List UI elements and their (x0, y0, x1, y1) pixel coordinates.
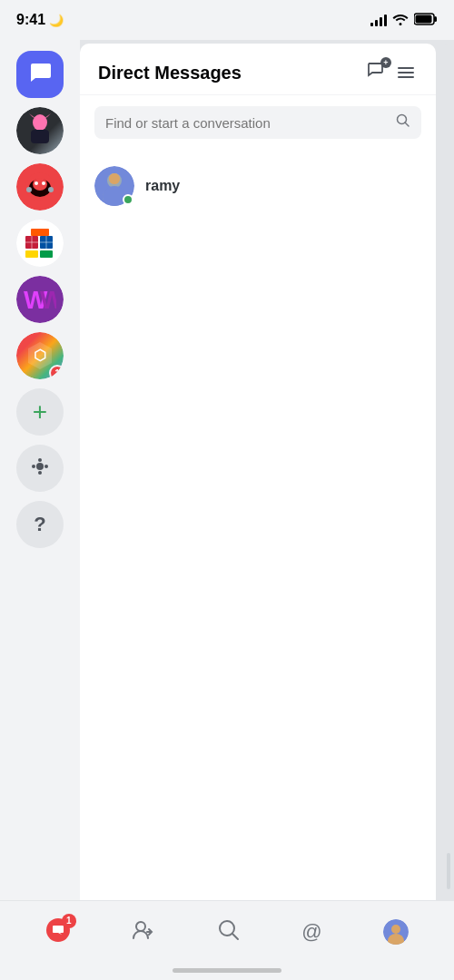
hamburger-line-3 (398, 76, 414, 78)
search-bar[interactable] (94, 106, 421, 139)
svg-point-13 (48, 187, 54, 192)
svg-rect-16 (25, 250, 38, 258)
mentions-icon: @ (301, 920, 321, 944)
svg-rect-17 (40, 250, 53, 258)
right-panel-hint (436, 44, 454, 980)
time-display: 9:41 (16, 12, 45, 28)
svg-point-10 (35, 181, 38, 185)
svg-rect-18 (31, 229, 49, 236)
svg-rect-2 (416, 15, 432, 23)
dm-icon (28, 60, 52, 89)
svg-point-38 (109, 173, 120, 184)
sidebar-item-server-2[interactable] (16, 163, 64, 211)
main-layout: W W ⬡ 1 + (0, 40, 454, 980)
status-time: 9:41 🌙 (16, 12, 64, 28)
svg-point-30 (32, 465, 35, 468)
sidebar: W W ⬡ 1 + (0, 40, 80, 980)
dm-item-ramy[interactable]: ramy (80, 157, 436, 215)
hamburger-line-1 (398, 67, 414, 69)
search-nav-icon (217, 918, 241, 946)
svg-marker-6 (44, 113, 51, 119)
explore-servers-button[interactable] (16, 445, 64, 492)
bar2 (375, 20, 378, 26)
svg-text:W: W (40, 287, 56, 312)
new-dm-button[interactable]: + (367, 62, 387, 83)
wifi-icon (392, 13, 409, 28)
ramy-online-indicator (123, 194, 133, 205)
home-indicator (173, 968, 281, 973)
search-icon[interactable] (396, 113, 410, 132)
svg-point-27 (36, 463, 44, 470)
help-icon: ? (34, 513, 45, 536)
moon-icon: 🌙 (49, 14, 64, 27)
status-icons (370, 13, 438, 28)
help-button[interactable]: ? (16, 501, 64, 548)
add-icon: + (33, 399, 47, 425)
dm-panel: Direct Messages + (80, 44, 436, 980)
nav-item-search[interactable] (217, 918, 241, 946)
dm-list: ramy (80, 150, 436, 980)
hamburger-line-2 (398, 72, 414, 74)
sidebar-item-dm[interactable] (16, 51, 64, 98)
add-server-button[interactable]: + (16, 388, 64, 436)
svg-marker-5 (29, 113, 36, 119)
scrollbar (447, 853, 450, 889)
svg-point-11 (42, 181, 45, 185)
signal-bars (370, 14, 387, 26)
explore-icon (30, 456, 50, 480)
dm-panel-title: Direct Messages (98, 63, 242, 83)
bar1 (370, 23, 373, 26)
svg-text:⬡: ⬡ (34, 348, 46, 363)
nav-item-profile[interactable] (383, 919, 409, 945)
hamburger-menu-button[interactable] (394, 64, 418, 82)
plus-icon: + (383, 58, 388, 67)
sidebar-item-server-4[interactable]: W W (16, 276, 64, 323)
bar4 (384, 15, 387, 26)
friends-icon (132, 918, 155, 946)
nav-item-mentions[interactable]: @ (301, 920, 321, 944)
ramy-username: ramy (145, 178, 180, 194)
status-bar: 9:41 🌙 (0, 0, 454, 40)
search-input[interactable] (105, 115, 389, 131)
nav-item-home[interactable]: 1 (45, 917, 71, 946)
home-badge: 1 (62, 914, 76, 928)
nav-item-friends[interactable] (132, 918, 155, 946)
svg-point-3 (33, 114, 47, 131)
search-container (80, 95, 436, 150)
sidebar-item-server-3[interactable] (16, 220, 64, 267)
svg-point-28 (38, 458, 42, 462)
svg-point-29 (38, 471, 42, 475)
svg-rect-4 (31, 130, 49, 143)
ramy-avatar-container (94, 166, 134, 206)
svg-point-40 (136, 922, 145, 931)
svg-rect-1 (434, 16, 437, 22)
battery-icon (414, 13, 438, 28)
sidebar-item-server-1[interactable] (16, 107, 64, 154)
svg-point-31 (44, 465, 48, 468)
server-5-badge: 1 (49, 365, 64, 379)
svg-point-43 (391, 925, 400, 934)
dm-header-actions: + (367, 62, 418, 83)
svg-point-12 (26, 187, 32, 192)
profile-avatar (383, 919, 409, 945)
sidebar-item-server-5[interactable]: ⬡ 1 (16, 332, 64, 379)
bar3 (380, 17, 382, 26)
dm-header: Direct Messages + (80, 44, 436, 95)
